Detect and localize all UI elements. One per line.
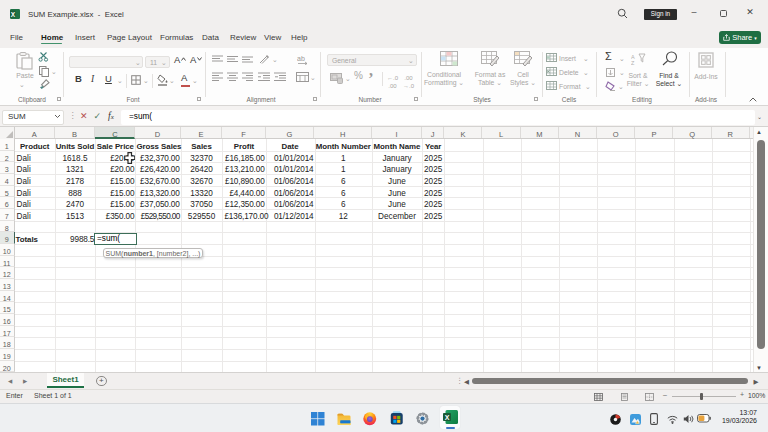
svg-text:X: X — [11, 11, 16, 18]
svg-text:X: X — [444, 413, 449, 420]
svg-text:ab: ab — [297, 55, 305, 62]
svg-text:Z: Z — [631, 59, 635, 65]
